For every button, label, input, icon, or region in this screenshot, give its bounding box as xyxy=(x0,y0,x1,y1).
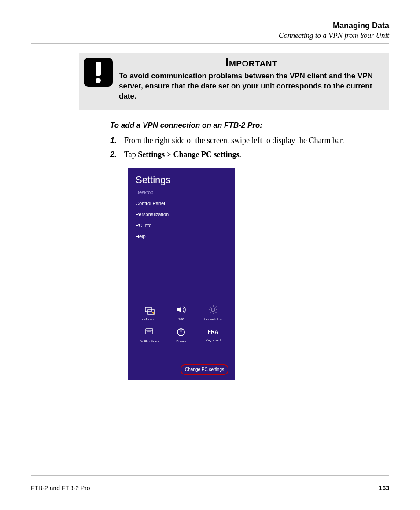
footer-product: FTB-2 and FTB-2 Pro xyxy=(31,484,90,492)
notifications-tile[interactable]: Notifications xyxy=(135,327,164,344)
step-number: 2. xyxy=(110,149,124,160)
document-page: Managing Data Connecting to a VPN from Y… xyxy=(0,0,420,510)
notifications-icon xyxy=(144,327,155,338)
network-tile[interactable]: exfo.com xyxy=(135,305,164,322)
footer-divider xyxy=(31,475,389,476)
brightness-label: Unavailable xyxy=(204,318,222,322)
keyboard-lang: FRA xyxy=(207,327,218,337)
callout-body: Important To avoid communication problem… xyxy=(119,56,384,102)
callout-title: Important xyxy=(119,56,384,70)
settings-charm-panel: Settings Desktop Control Panel Personali… xyxy=(128,168,235,380)
volume-icon xyxy=(176,305,186,316)
power-icon xyxy=(176,327,186,338)
charm-title: Settings xyxy=(136,174,228,186)
step-text-pre: Tap xyxy=(124,150,138,159)
page-number: 163 xyxy=(379,484,389,492)
section-title: Connecting to a VPN from Your Unit xyxy=(31,31,389,40)
svg-marker-3 xyxy=(177,306,181,313)
step-1: 1. From the right side of the screen, sw… xyxy=(110,135,389,146)
charm-link-help[interactable]: Help xyxy=(136,234,228,239)
step-text-post: . xyxy=(239,150,242,159)
change-pc-settings-link[interactable]: Change PC settings xyxy=(181,364,228,375)
charm-link-desktop[interactable]: Desktop xyxy=(136,190,228,195)
charm-link-personalization[interactable]: Personalization xyxy=(136,212,228,217)
keyboard-label: Keyboard xyxy=(206,339,221,343)
svg-rect-0 xyxy=(145,307,151,312)
step-text-bold: Settings > Change PC settings xyxy=(138,150,239,159)
brightness-icon xyxy=(208,305,218,316)
important-callout: Important To avoid communication problem… xyxy=(79,53,389,110)
charm-links: Desktop Control Panel Personalization PC… xyxy=(136,190,228,239)
svg-rect-13 xyxy=(146,329,153,334)
chapter-title: Managing Data xyxy=(31,21,389,30)
svg-line-9 xyxy=(210,306,210,307)
keyboard-tile[interactable]: FRA Keyboard xyxy=(199,327,228,344)
notifications-label: Notifications xyxy=(140,340,159,344)
step-text: From the right side of the screen, swipe… xyxy=(124,135,389,146)
step-text: Tap Settings > Change PC settings. xyxy=(124,149,389,160)
charm-tile-grid: exfo.com 100 Unavailable xyxy=(135,305,228,344)
callout-text: To avoid communication problems between … xyxy=(119,71,384,102)
power-tile[interactable]: Power xyxy=(166,327,195,344)
exclamation-icon xyxy=(84,58,113,87)
page-header: Managing Data Connecting to a VPN from Y… xyxy=(31,21,389,40)
charm-link-pc-info[interactable]: PC info xyxy=(136,223,228,228)
svg-line-12 xyxy=(215,306,216,307)
network-label: exfo.com xyxy=(142,318,156,322)
network-icon xyxy=(144,305,155,316)
step-2: 2. Tap Settings > Change PC settings. xyxy=(110,149,389,160)
svg-line-11 xyxy=(210,312,210,313)
charm-link-control-panel[interactable]: Control Panel xyxy=(136,201,228,206)
procedure-title: To add a VPN connection on an FTB-2 Pro: xyxy=(110,121,389,130)
power-label: Power xyxy=(176,340,186,344)
svg-line-10 xyxy=(215,312,216,313)
volume-tile[interactable]: 100 xyxy=(166,305,195,322)
header-divider xyxy=(31,43,389,44)
page-footer: FTB-2 and FTB-2 Pro 163 xyxy=(31,484,389,492)
brightness-tile[interactable]: Unavailable xyxy=(199,305,228,322)
volume-label: 100 xyxy=(178,318,184,322)
procedure-block: To add a VPN connection on an FTB-2 Pro:… xyxy=(110,121,389,380)
svg-point-4 xyxy=(211,308,215,312)
step-number: 1. xyxy=(110,135,124,146)
